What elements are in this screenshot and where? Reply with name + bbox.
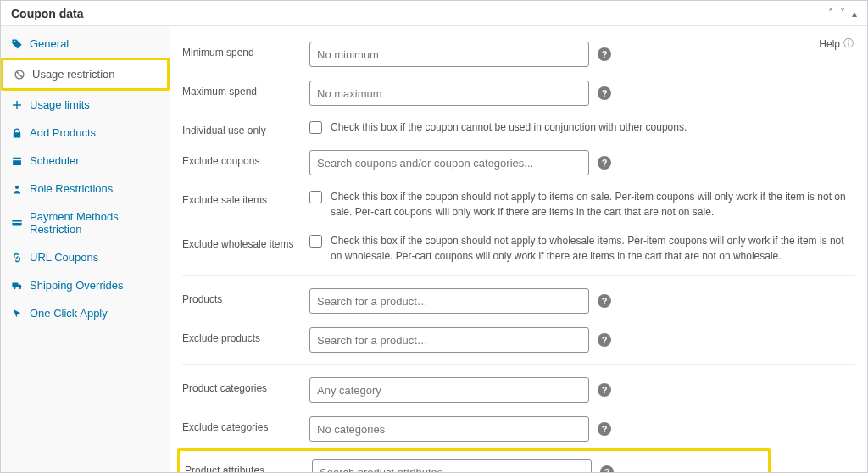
svg-point-6: [19, 287, 21, 289]
sidebar-item-label: Usage restriction: [32, 68, 115, 81]
sidebar-item-usage-restriction[interactable]: Usage restriction: [3, 60, 167, 88]
panel-controls: ˄ ˅ ▴: [828, 8, 857, 19]
sidebar-item-label: Payment Methods Restriction: [30, 210, 159, 236]
sidebar-item-shipping-overrides[interactable]: Shipping Overrides: [1, 271, 170, 299]
help-link[interactable]: Help ⓘ: [819, 36, 854, 51]
tooltip-icon[interactable]: ?: [598, 86, 611, 100]
section-divider: [182, 275, 855, 276]
main-content: Help ⓘ Minimum spend ? Maximum spend ? I…: [170, 26, 867, 472]
svg-point-5: [14, 287, 16, 289]
exclude-categories-label: Exclude categories: [182, 416, 301, 433]
usage-restriction-highlight: Usage restriction: [1, 58, 170, 91]
exclude-coupons-label: Exclude coupons: [182, 150, 301, 167]
help-label: Help: [819, 38, 840, 50]
product-attributes-label: Product attributes: [185, 459, 303, 472]
coupon-data-panel: Coupon data ˄ ˅ ▴ General Usage restrict…: [0, 0, 868, 473]
min-spend-input[interactable]: [309, 42, 589, 67]
help-icon: ⓘ: [843, 36, 854, 51]
sidebar-item-payment-methods[interactable]: Payment Methods Restriction: [1, 203, 170, 243]
sidebar-item-role-restrictions[interactable]: Role Restrictions: [1, 175, 170, 203]
tooltip-icon[interactable]: ?: [598, 47, 611, 61]
lock-icon: [11, 127, 23, 139]
cursor-icon: [11, 308, 23, 320]
individual-use-checkbox[interactable]: [309, 121, 322, 134]
individual-use-label: Individual use only: [182, 120, 301, 136]
sidebar-item-add-products[interactable]: Add Products: [1, 119, 170, 147]
calendar-icon: [11, 155, 23, 167]
max-spend-label: Maximum spend: [182, 81, 301, 97]
sidebar-item-label: URL Coupons: [30, 251, 98, 264]
exclude-wholesale-text: Check this box if the coupon should not …: [331, 233, 855, 264]
product-categories-label: Product categories: [182, 377, 301, 394]
sidebar-item-label: Scheduler: [30, 154, 80, 167]
exclude-coupons-input[interactable]: [309, 150, 589, 175]
panel-title: Coupon data: [11, 7, 84, 20]
svg-line-1: [17, 71, 23, 77]
product-attributes-highlight: Product attributes ? Exclude product att…: [177, 448, 771, 472]
tooltip-icon[interactable]: ?: [598, 333, 611, 347]
sidebar-item-general[interactable]: General: [1, 30, 170, 58]
panel-collapse-up-icon[interactable]: ˄: [828, 8, 833, 19]
sidebar-item-scheduler[interactable]: Scheduler: [1, 147, 170, 175]
sidebar-item-label: One Click Apply: [30, 307, 108, 320]
plus-icon: [11, 99, 23, 111]
exclude-sale-label: Exclude sale items: [182, 189, 301, 206]
min-spend-label: Minimum spend: [182, 42, 301, 58]
link-icon: [11, 252, 23, 264]
tooltip-icon[interactable]: ?: [598, 422, 611, 436]
sidebar-item-label: General: [30, 37, 69, 50]
exclude-products-label: Exclude products: [182, 327, 301, 344]
product-attributes-input[interactable]: [312, 459, 592, 472]
tag-icon: [11, 38, 23, 50]
sidebar-item-label: Add Products: [30, 126, 96, 139]
tooltip-icon[interactable]: ?: [598, 294, 611, 308]
panel-header: Coupon data ˄ ˅ ▴: [1, 1, 867, 26]
sidebar-item-url-coupons[interactable]: URL Coupons: [1, 243, 170, 271]
tooltip-icon[interactable]: ?: [600, 465, 614, 472]
sidebar-item-label: Usage limits: [30, 98, 90, 111]
svg-rect-4: [12, 222, 21, 223]
sidebar-item-label: Role Restrictions: [30, 182, 113, 195]
tooltip-icon[interactable]: ?: [598, 156, 611, 170]
sidebar-item-usage-limits[interactable]: Usage limits: [1, 91, 170, 119]
exclude-sale-text: Check this box if the coupon should not …: [331, 189, 855, 220]
product-categories-input[interactable]: [309, 377, 589, 403]
card-icon: [11, 217, 23, 229]
sidebar-item-label: Shipping Overrides: [30, 279, 124, 292]
truck-icon: [11, 280, 23, 292]
panel-collapse-down-icon[interactable]: ˅: [840, 8, 845, 19]
panel-toggle-icon[interactable]: ▴: [852, 8, 857, 19]
exclude-wholesale-checkbox[interactable]: [309, 235, 322, 248]
settings-sidebar: General Usage restriction Usage limits A…: [1, 26, 170, 472]
tooltip-icon[interactable]: ?: [598, 383, 611, 397]
exclude-wholesale-label: Exclude wholesale items: [182, 233, 301, 250]
exclude-categories-input[interactable]: [309, 416, 589, 442]
individual-use-text: Check this box if the coupon cannot be u…: [331, 120, 855, 135]
ban-icon: [14, 69, 25, 81]
svg-point-2: [15, 185, 19, 188]
exclude-products-input[interactable]: [309, 327, 589, 353]
exclude-sale-checkbox[interactable]: [309, 191, 322, 203]
user-icon: [11, 183, 23, 195]
section-divider: [182, 364, 855, 365]
products-label: Products: [182, 288, 301, 305]
products-input[interactable]: [309, 288, 589, 314]
sidebar-item-one-click-apply[interactable]: One Click Apply: [1, 299, 170, 327]
max-spend-input[interactable]: [309, 81, 589, 106]
